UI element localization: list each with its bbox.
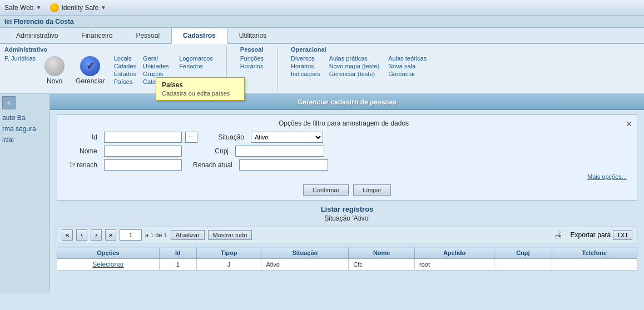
link-geral[interactable]: Geral <box>143 55 172 62</box>
link-horarios[interactable]: Horários <box>240 63 264 69</box>
link-paises[interactable]: Países <box>114 78 136 85</box>
link-novo-mapa[interactable]: Novo mapa (teste) <box>329 63 379 69</box>
next-page-btn[interactable]: › <box>91 229 102 241</box>
btn-novo-label: Novo <box>47 77 62 85</box>
tab-utilitarios[interactable]: Utilitários <box>227 28 278 43</box>
link-indicacoes[interactable]: Indicações <box>291 71 320 77</box>
link-feriados[interactable]: Feriados <box>179 63 213 69</box>
th-tipop: Tipop <box>196 247 261 259</box>
identity-safe-menu[interactable]: Identity Safe ▼ <box>50 3 106 12</box>
tab-pessoal[interactable]: Pessoal <box>124 28 171 43</box>
filter-buttons: Confirmar Limpar <box>62 184 632 196</box>
sub-section-title-pessoal: Pessoal <box>240 46 264 53</box>
renach-atual-input[interactable] <box>239 159 328 171</box>
top-bar: Safe Web ▼ Identity Safe ▼ <box>0 0 644 16</box>
safe-web-menu[interactable]: Safe Web ▼ <box>4 4 41 12</box>
results-area: Listar registros Situação 'Ativo' « ‹ › … <box>57 205 637 271</box>
btn-novo[interactable]: Novo <box>42 55 67 86</box>
renach1-input[interactable] <box>104 159 182 171</box>
sidebar-toggle-icon: « <box>7 99 11 107</box>
print-btn[interactable]: 🖨 <box>554 230 563 240</box>
link-funcoes[interactable]: Funções <box>240 55 264 62</box>
link-unidades[interactable]: Unidades <box>143 63 172 69</box>
page-number-input[interactable] <box>120 229 142 241</box>
sub-links-pj: P. Jurídicas <box>4 55 36 62</box>
link-horarios-op[interactable]: Horários <box>291 63 320 69</box>
sub-section-title-operacional: Operacional <box>291 46 427 53</box>
main-panel: Gerenciar cadastro de pessoas Opções de … <box>50 94 644 293</box>
btn-gerenciar-label: Gerenciar <box>76 77 105 85</box>
atualizar-btn[interactable]: Atualizar <box>171 230 205 240</box>
sub-links-locais: Locais Cidades Estados Países <box>114 55 136 85</box>
user-bar: lei Florencio da Costa <box>0 16 644 28</box>
th-nome: Nome <box>349 247 415 259</box>
link-aulas-teoricas[interactable]: Aulas teóricas <box>388 55 427 62</box>
situacao-select[interactable]: Ativo Inativo Todos <box>251 132 323 143</box>
td-telefone <box>552 259 637 271</box>
operacional-columns: Diversos Horários Indicações Aulas práti… <box>291 55 427 77</box>
mais-opcoes-link[interactable]: Mais opções... <box>62 173 627 180</box>
data-table: Opções Id Tipop Situação Nome Apelido Cn… <box>57 247 637 271</box>
safe-web-arrow: ▼ <box>36 4 41 11</box>
selecionar-link[interactable]: Selecionar <box>92 261 124 268</box>
sidebar-toggle[interactable]: « <box>2 96 16 109</box>
main-nav: Administrativo Financeiro Pessoal Cadast… <box>0 28 644 44</box>
table-row: Selecionar 1 J Ativo Cfc root <box>57 259 637 271</box>
last-page-btn[interactable]: » <box>105 229 116 241</box>
link-locais[interactable]: Locais <box>114 55 136 62</box>
td-id: 1 <box>159 259 196 271</box>
content-area: « auto Ba rma segura icial Gerenciar cad… <box>0 94 644 293</box>
tab-financeiro[interactable]: Financeiro <box>70 28 124 43</box>
prev-page-btn[interactable]: ‹ <box>76 229 87 241</box>
link-logomarcos[interactable]: Logomarcos <box>179 55 213 62</box>
id-input[interactable] <box>104 132 182 143</box>
link-gerenciar[interactable]: Gerenciar <box>388 71 427 77</box>
sidebar-text-1: auto Ba <box>2 114 47 122</box>
safe-web-label: Safe Web <box>4 4 33 12</box>
export-label: Exportar para <box>571 231 611 239</box>
identity-safe-arrow: ▼ <box>101 4 106 11</box>
link-grupos[interactable]: Grupos <box>143 71 172 77</box>
page-title: Gerenciar cadastro de pessoas <box>298 98 397 106</box>
td-tipop: J <box>196 259 261 271</box>
link-nova-sala[interactable]: Nova sala <box>388 63 427 69</box>
tooltip-paises: Países Cadastra ou edita países <box>156 77 245 101</box>
link-cidades[interactable]: Cidades <box>114 63 136 69</box>
mostrar-tudo-btn[interactable]: Mostrar tudo <box>208 230 252 240</box>
link-diversos[interactable]: Diversos <box>291 55 320 62</box>
tab-cadastros[interactable]: Cadastros <box>171 28 227 44</box>
cnpj-input[interactable] <box>235 146 324 157</box>
link-gerenciar-teste[interactable]: Gerenciar (teste) <box>329 71 379 77</box>
tab-administrativo[interactable]: Administrativo <box>4 28 70 43</box>
nome-input[interactable] <box>104 146 182 157</box>
confirmar-btn[interactable]: Confirmar <box>303 184 349 196</box>
th-id: Id <box>159 247 196 259</box>
th-cnpj: Cnpj <box>494 247 552 259</box>
export-txt-btn[interactable]: TXT <box>613 230 632 240</box>
limpar-btn[interactable]: Limpar <box>353 184 391 196</box>
sidebar-text-3: icial <box>2 136 47 144</box>
link-pjuridicas[interactable]: P. Jurídicas <box>4 55 36 62</box>
renach-atual-label: Renach atual <box>193 161 236 169</box>
gerenciar-icon: ✓ <box>80 56 100 76</box>
page-header: Gerenciar cadastro de pessoas <box>50 94 644 110</box>
icon-btns-admin: Novo ✓ Gerenciar <box>42 55 107 86</box>
link-aulas-praticas[interactable]: Aulas práticas <box>329 55 379 62</box>
sub-links-pessoal: Funções Horários <box>240 55 264 69</box>
filter-box: Opções de filtro para amostragem de dado… <box>57 114 637 201</box>
situacao-label: Situação <box>209 133 247 141</box>
btn-gerenciar[interactable]: ✓ Gerenciar <box>73 55 107 86</box>
id-search-btn[interactable]: ⋯ <box>185 132 197 143</box>
sub-links-operacional-2: Aulas práticas Novo mapa (teste) Gerenci… <box>329 55 379 77</box>
td-situacao: Ativo <box>261 259 349 271</box>
link-estados[interactable]: Estados <box>114 71 136 77</box>
pagination-bar: « ‹ › » a 1 de 1 Atualizar Mostrar tudo … <box>57 227 637 243</box>
next-page-icon: › <box>95 231 97 239</box>
filter-close-btn[interactable]: ✕ <box>626 119 632 128</box>
sub-links-logo: Logomarcos Feriados <box>179 55 213 69</box>
table-header-row: Opções Id Tipop Situação Nome Apelido Cn… <box>57 247 637 259</box>
sub-section-title-administrativo: Administrativo <box>4 46 213 53</box>
td-cnpj <box>494 259 552 271</box>
td-apelido: root <box>415 259 494 271</box>
first-page-btn[interactable]: « <box>62 229 73 241</box>
